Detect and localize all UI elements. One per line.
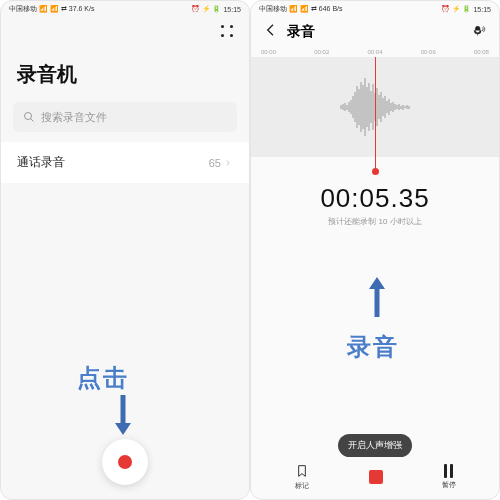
record-button[interactable] bbox=[102, 439, 148, 485]
screen-title: 录音 bbox=[287, 23, 473, 41]
arrow-up-icon bbox=[367, 275, 387, 319]
back-button[interactable] bbox=[263, 22, 279, 42]
search-placeholder: 搜索录音文件 bbox=[41, 110, 107, 125]
chevron-right-icon bbox=[223, 158, 233, 168]
back-arrow-icon bbox=[263, 22, 279, 38]
row-count: 65 bbox=[209, 157, 221, 169]
playhead-icon bbox=[375, 57, 376, 171]
time-ruler: 00:0000:0200:0400:0600:08 bbox=[251, 47, 499, 57]
arrow-down-icon bbox=[113, 393, 133, 437]
recording-screen: 中国移动 📶 📶 ⇄ 646 B/s ⏰ ⚡ 🔋 15:15 录音 00:000… bbox=[250, 0, 500, 500]
menu-icon[interactable] bbox=[221, 25, 235, 39]
pause-button[interactable]: 暂停 bbox=[442, 464, 456, 490]
call-recordings-row[interactable]: 通话录音 65 bbox=[1, 142, 249, 183]
waveform bbox=[251, 57, 499, 157]
recorder-list-screen: 中国移动 📶 📶 ⇄ 37.6 K/s ⏰ ⚡ 🔋 15:15 录音机 搜索录音… bbox=[0, 0, 250, 500]
timer-display: 00:05.35 bbox=[251, 183, 499, 214]
search-input[interactable]: 搜索录音文件 bbox=[13, 102, 237, 132]
annotation-record: 录音 bbox=[347, 331, 399, 363]
recording-header: 录音 bbox=[251, 17, 499, 47]
search-icon bbox=[23, 111, 35, 123]
remaining-hint: 预计还能录制 10 小时以上 bbox=[251, 216, 499, 227]
bookmark-icon bbox=[294, 463, 310, 479]
row-label: 通话录音 bbox=[17, 154, 65, 171]
status-bar: 中国移动 📶 📶 ⇄ 646 B/s ⏰ ⚡ 🔋 15:15 bbox=[251, 1, 499, 17]
voice-enhance-toast: 开启人声增强 bbox=[338, 434, 412, 457]
svg-point-0 bbox=[25, 113, 32, 120]
voice-mode-icon[interactable] bbox=[473, 24, 487, 40]
annotation-click: 点击 bbox=[77, 362, 129, 394]
stop-icon bbox=[369, 470, 383, 484]
pause-icon bbox=[444, 464, 453, 478]
status-bar: 中国移动 📶 📶 ⇄ 37.6 K/s ⏰ ⚡ 🔋 15:15 bbox=[1, 1, 249, 17]
svg-line-1 bbox=[31, 119, 34, 122]
mark-button[interactable]: 标记 bbox=[294, 463, 310, 491]
bottom-bar: 标记 暂停 bbox=[251, 463, 499, 491]
stop-button[interactable] bbox=[369, 470, 383, 484]
page-title: 录音机 bbox=[1, 17, 249, 102]
record-dot-icon bbox=[118, 455, 132, 469]
